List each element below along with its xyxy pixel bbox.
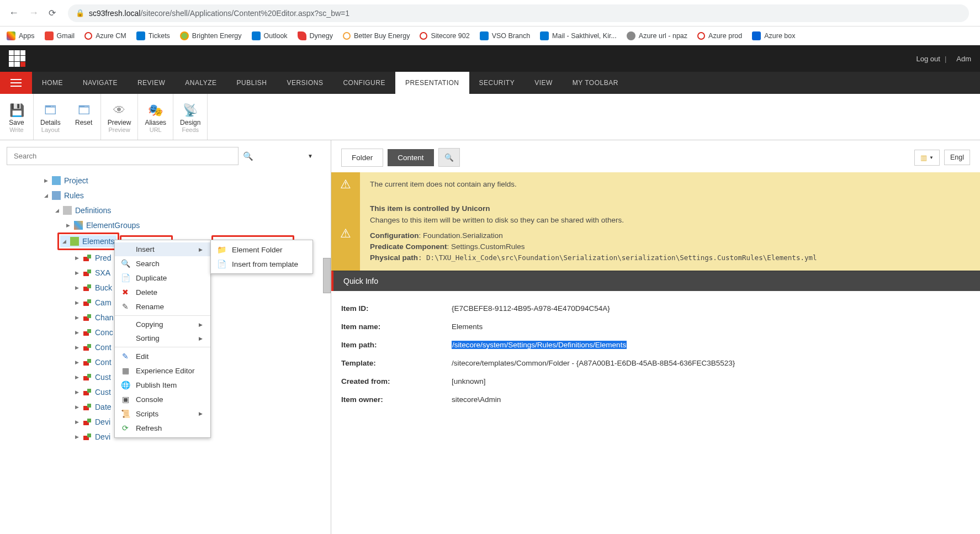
bookmark-azure-prod[interactable]: Azure prod — [697, 32, 742, 40]
info-row: Item ID:{E7CBEFE8-9112-4B95-A978-4E470D9… — [341, 304, 970, 313]
bookmark-tickets[interactable]: Tickets — [136, 31, 170, 40]
content-pane: Folder Content 🔍 ▥▼ Engl ⚠ The current i… — [331, 140, 980, 534]
aliases-button[interactable]: 🎭 Aliases URL — [138, 94, 173, 140]
info-value[interactable]: /sitecore/system/Settings/Rules/Definiti… — [452, 341, 627, 349]
info-value[interactable]: sitecore\Admin — [452, 395, 501, 404]
warning-icon: ⚠ — [331, 172, 360, 197]
delete-icon: ✖ — [120, 288, 130, 297]
ctx-publish[interactable]: 🌐Publish Item — [115, 378, 210, 392]
tag-icon — [83, 358, 92, 367]
submenu-insert-from-template[interactable]: 📄Insert from template — [211, 257, 312, 271]
ctx-insert[interactable]: Insert▶ — [115, 242, 210, 256]
ctx-experience-editor[interactable]: ▦Experience Editor — [115, 363, 210, 378]
bookmark-sitecore[interactable]: Sitecore 902 — [420, 32, 469, 40]
logout-link[interactable]: Log out — [917, 55, 940, 63]
tree-node-rules[interactable]: ◢ Rules — [0, 188, 331, 203]
quick-info-header[interactable]: Quick Info — [331, 271, 980, 291]
save-button[interactable]: 💾 Save Write — [0, 94, 33, 140]
bookmark-gmail[interactable]: Gmail — [45, 31, 75, 40]
rename-icon: ✎ — [120, 302, 130, 311]
tab-content[interactable]: Content — [388, 149, 433, 166]
ctx-edit[interactable]: ✎Edit — [115, 349, 210, 363]
tab-configure[interactable]: CONFIGURE — [333, 72, 395, 94]
folder-green-icon — [70, 237, 79, 246]
bookmark-dynegy[interactable]: Dynegy — [298, 31, 333, 40]
bookmark-bbe[interactable]: Better Buy Energy — [343, 32, 410, 40]
tag-icon — [83, 253, 92, 262]
hamburger-button[interactable] — [0, 72, 32, 94]
ctx-duplicate[interactable]: 📄Duplicate — [115, 271, 210, 285]
design-button[interactable]: 📡 Design Feeds — [173, 94, 207, 140]
bookmark-azure-url[interactable]: Azure url - npaz — [627, 31, 687, 40]
svg-rect-19 — [87, 389, 91, 393]
tree-node-project[interactable]: ▶ Project — [0, 173, 331, 188]
ctx-delete[interactable]: ✖Delete — [115, 285, 210, 299]
ctx-copying[interactable]: Copying▶ — [115, 318, 210, 331]
info-value[interactable]: [unknown] — [452, 377, 486, 385]
bookmark-azure-cm[interactable]: Azure CM — [84, 32, 126, 40]
info-value[interactable]: {E7CBEFE8-9112-4B95-A978-4E470D94C54A} — [452, 304, 610, 313]
tree-node-definitions[interactable]: ◢ Definitions — [0, 203, 331, 218]
warning-icon: ⚠ — [331, 197, 360, 270]
bookmark-azure-box[interactable]: Azure box — [752, 31, 795, 40]
tab-analyze[interactable]: ANALYZE — [175, 72, 226, 94]
ctx-scripts[interactable]: 📜Scripts▶ — [115, 406, 210, 421]
rss-icon: 📡 — [183, 103, 198, 118]
forward-button[interactable]: → — [27, 5, 41, 21]
tab-security[interactable]: SECURITY — [469, 72, 525, 94]
insert-submenu: 📁Element Folder 📄Insert from template — [210, 240, 313, 274]
bookmark-vso[interactable]: VSO Branch — [480, 31, 530, 40]
ctx-search[interactable]: 🔍Search — [115, 256, 210, 271]
reset-button[interactable]: 🗔 Reset — [67, 94, 100, 140]
tab-versions[interactable]: VERSIONS — [277, 72, 333, 94]
tree-node-elementgroups[interactable]: ▶ ElementGroups — [0, 218, 331, 232]
tag-icon — [83, 403, 92, 411]
info-value[interactable]: /sitecore/templates/Common/Folder - {A87… — [452, 359, 735, 367]
search-dropdown[interactable]: ▼ — [308, 153, 313, 159]
svg-rect-3 — [87, 269, 91, 273]
svg-rect-13 — [87, 344, 91, 348]
info-value[interactable]: Elements — [452, 322, 483, 331]
ctx-console[interactable]: ▣Console — [115, 392, 210, 406]
bookmark-apps[interactable]: Apps — [7, 31, 35, 40]
bookmark-mail[interactable]: Mail - Sakthivel, Kir... — [540, 31, 617, 40]
copy-icon: 📄 — [120, 273, 130, 282]
language-button[interactable]: Engl — [944, 150, 970, 165]
search-icon[interactable]: 🔍 — [243, 151, 253, 161]
tag-icon — [83, 328, 92, 337]
scrollbar-thumb[interactable] — [323, 258, 331, 293]
info-key: Item owner: — [341, 395, 452, 404]
tab-folder[interactable]: Folder — [341, 149, 383, 167]
address-bar[interactable]: 🔒 sc93fresh.local/sitecore/shell/Applica… — [68, 4, 969, 22]
bookmark-brighten[interactable]: Brighten Energy — [180, 31, 242, 40]
tab-home[interactable]: HOME — [32, 72, 73, 94]
vsts-icon — [136, 31, 145, 40]
outlook-icon — [540, 31, 549, 40]
tab-publish[interactable]: PUBLISH — [227, 72, 277, 94]
preview-button[interactable]: 👁 Preview Preview — [101, 94, 138, 140]
tab-my-toolbar[interactable]: MY TOOLBAR — [563, 72, 628, 94]
submenu-element-folder[interactable]: 📁Element Folder — [211, 242, 312, 257]
tab-search-icon[interactable]: 🔍 — [438, 148, 460, 167]
tab-presentation[interactable]: PRESENTATION — [395, 72, 469, 94]
tag-icon — [83, 417, 92, 426]
tree-node-elements[interactable]: ◢ Elements — [60, 235, 116, 247]
ctx-rename[interactable]: ✎Rename — [115, 299, 210, 314]
tab-navigate[interactable]: NAVIGATE — [73, 72, 128, 94]
sitecore-logo[interactable] — [9, 50, 25, 67]
tag-icon — [83, 432, 92, 441]
details-button[interactable]: 🗔 Details Layout — [34, 94, 67, 140]
back-button[interactable]: ← — [7, 5, 21, 21]
bookmark-outlook[interactable]: Outlook — [252, 31, 288, 40]
view-mode-button[interactable]: ▥▼ — [914, 150, 940, 166]
ctx-sorting[interactable]: Sorting▶ — [115, 331, 210, 345]
svg-rect-15 — [87, 359, 91, 363]
search-input[interactable] — [7, 147, 239, 165]
tab-view[interactable]: VIEW — [525, 72, 563, 94]
tag-icon — [83, 268, 92, 277]
user-link[interactable]: Adm — [956, 55, 971, 63]
reload-button[interactable]: ⟳ — [46, 6, 58, 20]
ctx-refresh[interactable]: ⟳Refresh — [115, 421, 210, 435]
tab-review[interactable]: REVIEW — [128, 72, 175, 94]
search-icon: 🔍 — [120, 259, 130, 268]
